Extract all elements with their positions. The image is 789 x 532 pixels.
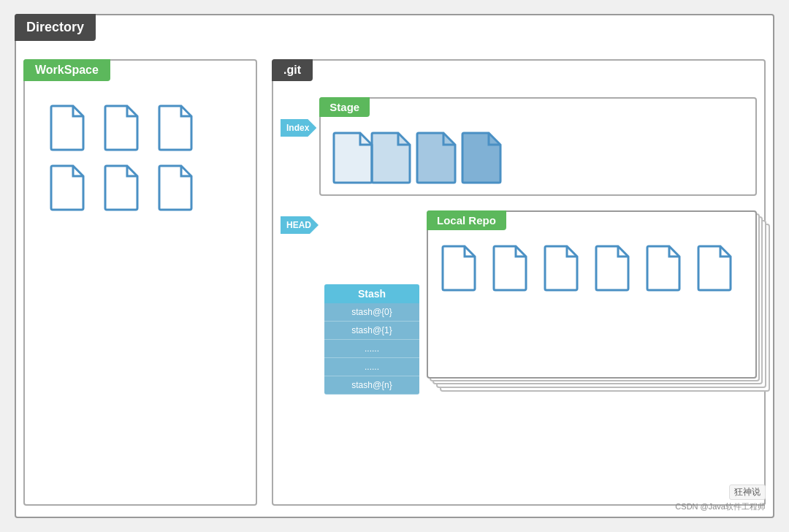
head-arrow-shape: HEAD [281,216,319,234]
stage-files [331,132,745,184]
repo-card-front: Local Repo [427,210,757,379]
stash-section: Stash stash@{0} stash@{1} ...... ...... … [324,284,419,395]
stage-file-icon [414,132,460,184]
stash-item-0: stash@{0} [324,303,419,322]
file-icon [155,104,196,151]
repo-file-icon [592,245,633,292]
file-icon [155,164,196,211]
content-area: WorkSpace [23,59,766,506]
git-inner: Index Stage [281,97,757,408]
head-arrow: HEAD [281,216,319,234]
stage-box: Stage [319,97,757,196]
workspace-files [39,97,241,218]
stage-file-icon [460,132,505,184]
watermark-logo: 狂神说 [675,484,766,500]
watermark-site: CSDN @Java软件工程师 [675,501,766,512]
stash-item-n: stash@{n} [324,376,419,395]
file-icon [101,104,142,151]
repo-stack-container: Local Repo [427,210,757,393]
file-icon [47,164,88,211]
repo-file-icon [694,245,735,292]
stage-file-icon [369,132,414,184]
watermark: 狂神说 CSDN @Java软件工程师 [675,484,766,512]
stash-item-3: ...... [324,358,419,376]
directory-title: Directory [15,14,96,41]
file-icon [47,104,88,151]
repo-file-icon [438,245,479,292]
repo-file-icon [643,245,684,292]
stash-header: Stash [324,284,419,303]
stash-item-2: ...... [324,340,419,358]
local-repo-label: Local Repo [427,210,506,230]
index-arrow-shape: Index [281,119,316,137]
main-container: Directory WorkSpace [15,14,774,518]
repo-section: HEAD Stash stash@{0} stash@{1} ...... ..… [281,210,757,408]
stage-row: Index Stage [281,97,757,196]
repo-file-icon [541,245,582,292]
repo-files [438,245,745,292]
index-arrow: Index [281,119,316,137]
workspace-label: WorkSpace [23,59,110,81]
repo-file-icon [489,245,530,292]
file-icon [101,164,142,211]
git-area: .git Index Stage [272,59,766,506]
git-label: .git [272,59,313,81]
stage-label: Stage [319,97,370,117]
stash-item-1: stash@{1} [324,322,419,340]
logo-tag: 狂神说 [729,484,766,500]
workspace-box: WorkSpace [23,59,257,506]
